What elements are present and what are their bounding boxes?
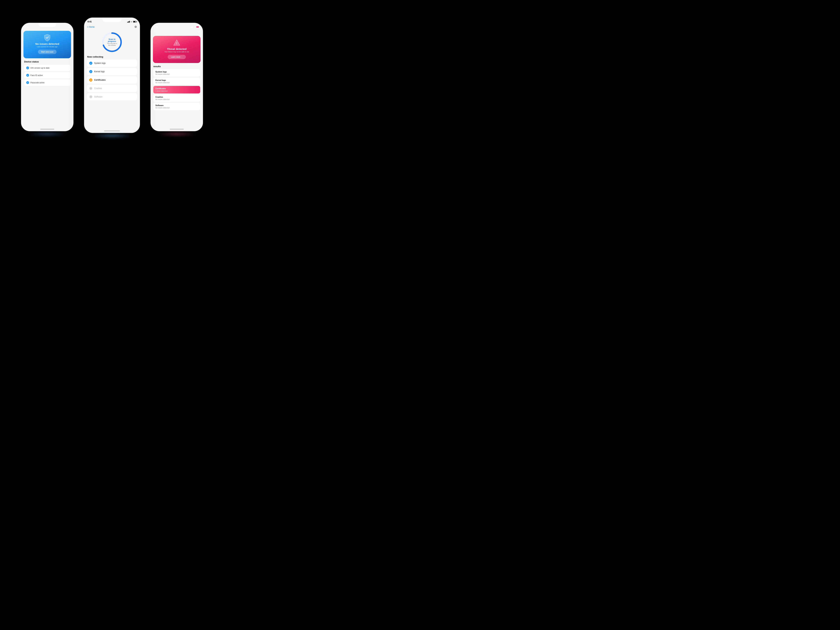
- scan-title: Scan in progress: [107, 38, 117, 43]
- result-software-title: Software: [155, 104, 198, 106]
- collect-label-system: System logs: [94, 62, 106, 65]
- right-hero-subtitle: Your device may not be safe to use: [156, 51, 197, 53]
- collecting-section: Now collecting System logs Kernel logs: [84, 55, 140, 101]
- home-indicator-center: [104, 131, 120, 131]
- right-hero-title: Threat detected: [156, 47, 197, 51]
- collect-icon-software: [89, 95, 92, 98]
- result-system-title: System logs: [155, 71, 198, 73]
- device-status-section: Device status iOS version up to date Fac…: [21, 58, 73, 86]
- collect-label-software: Software: [94, 96, 103, 98]
- collect-icon-crashes: [89, 87, 92, 90]
- start-scan-button[interactable]: Start new scan: [38, 50, 57, 54]
- collect-label-kernel: Kernel logs: [94, 70, 105, 73]
- left-hero-title: No issues detected: [27, 43, 68, 45]
- svg-point-2: [90, 79, 92, 81]
- phone-right: 9:41 ≈ ⚙: [150, 23, 203, 131]
- learn-more-button[interactable]: Learn more →: [167, 55, 186, 59]
- scene: 9:41 No issues dete: [16, 12, 208, 156]
- collect-software: Software: [87, 93, 137, 101]
- result-software-sub: No issues detected: [155, 107, 198, 109]
- collect-certificates: Certificates: [87, 76, 137, 84]
- collect-system-logs: System logs: [87, 60, 137, 67]
- status-item-ios: iOS version up to date: [24, 65, 70, 71]
- result-certs-title: Certificates: [155, 87, 198, 90]
- time-center: 9:41: [87, 21, 92, 23]
- status-item-faceid: Face ID active: [24, 72, 70, 78]
- check-icon-faceid: [26, 74, 29, 77]
- collecting-title: Now collecting: [87, 55, 137, 58]
- result-certificates: Certificates 1 issue detected: [153, 86, 200, 93]
- result-system-sub: No issues detected: [155, 73, 198, 75]
- center-nav: < Home ⚙: [84, 24, 140, 30]
- results-section: results System logs No issues detected K…: [151, 63, 203, 110]
- result-certs-sub: 1 issue detected: [155, 90, 198, 92]
- signal-right: [190, 26, 193, 28]
- nav-back-button[interactable]: < Home: [87, 26, 95, 28]
- status-item-ios-label: iOS version up to date: [30, 67, 49, 69]
- result-system-logs: System logs No issues detected: [153, 69, 200, 77]
- collect-icon-kernel: [89, 70, 92, 73]
- phone-left: 9:41 No issues dete: [21, 23, 74, 131]
- home-indicator-left: [40, 129, 54, 129]
- collect-label-certs: Certificates: [94, 79, 106, 81]
- svg-text:!: !: [176, 42, 177, 45]
- signal-center: [127, 21, 130, 22]
- collect-icon-system: [89, 62, 92, 65]
- time-right: 9:41: [154, 26, 158, 28]
- status-item-passcode: Passcode active: [24, 79, 70, 86]
- result-crashes-sub: No issues detected: [155, 98, 198, 100]
- notch-left: [38, 23, 56, 27]
- collect-kernel-logs: Kernel logs: [87, 68, 137, 75]
- shadow-right: [156, 132, 197, 136]
- scan-progress-circle: Scan in progress This may take a few min…: [101, 32, 123, 53]
- result-kernel-logs: Kernel logs No issues detected: [153, 77, 200, 85]
- result-crashes-title: Crashes: [155, 96, 198, 98]
- status-item-faceid-label: Face ID active: [30, 74, 43, 76]
- collect-crashes: Crashes: [87, 85, 137, 92]
- notch-right: [168, 23, 185, 27]
- result-kernel-sub: No issues detected: [155, 82, 198, 84]
- home-indicator-right: [170, 129, 184, 129]
- shadow-left: [27, 132, 68, 136]
- status-item-passcode-label: Passcode active: [30, 82, 44, 84]
- svg-point-3: [90, 88, 92, 89]
- check-icon-passcode: [26, 81, 29, 84]
- check-icon-ios: [26, 66, 29, 69]
- left-hero-subtitle: Last scanned 20 minutes ago: [27, 46, 68, 47]
- collect-label-crashes: Crashes: [94, 87, 102, 90]
- notch-center: [103, 18, 122, 22]
- result-software: Software No issues detected: [153, 103, 200, 110]
- result-kernel-title: Kernel logs: [155, 79, 198, 81]
- svg-point-4: [90, 96, 92, 97]
- settings-icon[interactable]: ⚙: [134, 25, 137, 28]
- device-status-title: Device status: [24, 60, 70, 63]
- time-left: 9:41: [25, 26, 29, 28]
- scan-subtitle: This may take a few minutes: [107, 43, 117, 46]
- shadow-center: [90, 134, 134, 138]
- right-hero: ! Threat detected Your device may not be…: [153, 36, 201, 63]
- results-title: results: [153, 65, 200, 68]
- left-hero: No issues detected Last scanned 20 minut…: [24, 31, 71, 58]
- settings-icon-right[interactable]: ⚙: [197, 30, 200, 33]
- collect-icon-certs: [89, 78, 92, 82]
- shield-icon: [43, 33, 51, 41]
- signal-left: [68, 26, 70, 28]
- phone-center: 9:41 ≈ < Home ⚙: [84, 17, 140, 133]
- warning-icon: !: [173, 39, 181, 46]
- result-crashes: Crashes No issues detected: [153, 94, 200, 102]
- scan-circle-area: Scan in progress This may take a few min…: [84, 30, 140, 55]
